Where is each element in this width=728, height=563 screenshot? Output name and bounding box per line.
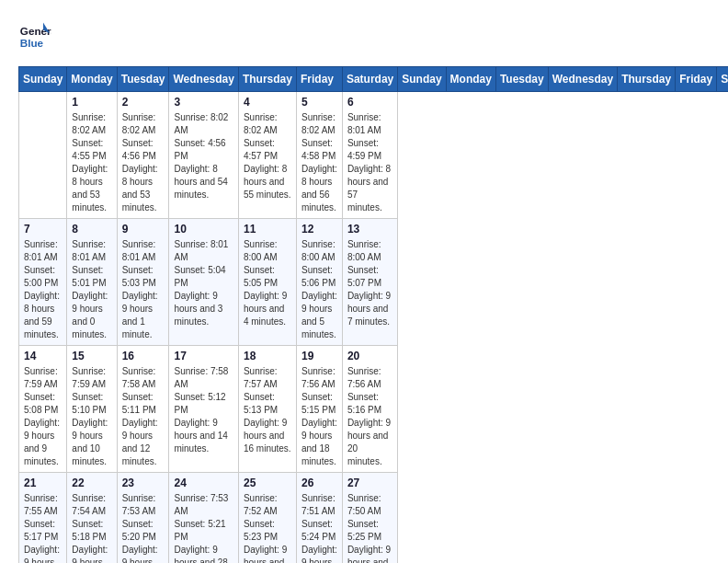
day-number: 10 xyxy=(174,223,233,236)
calendar-table: SundayMondayTuesdayWednesdayThursdayFrid… xyxy=(18,66,728,563)
day-number: 9 xyxy=(122,223,165,236)
day-number: 7 xyxy=(24,223,62,236)
calendar-cell: 14Sunrise: 7:59 AMSunset: 5:08 PMDayligh… xyxy=(19,346,67,473)
calendar-cell: 24Sunrise: 7:53 AMSunset: 5:21 PMDayligh… xyxy=(169,473,238,564)
calendar-cell: 1Sunrise: 8:02 AMSunset: 4:55 PMDaylight… xyxy=(67,92,117,219)
day-info: Sunrise: 8:01 AMSunset: 5:04 PMDaylight:… xyxy=(174,238,233,328)
weekday-header: Saturday xyxy=(342,67,397,92)
weekday-header: Monday xyxy=(446,67,495,92)
day-info: Sunrise: 7:53 AMSunset: 5:20 PMDaylight:… xyxy=(122,492,165,563)
weekday-header: Tuesday xyxy=(117,67,169,92)
day-number: 20 xyxy=(347,350,392,362)
page-header: General Blue xyxy=(18,18,710,52)
calendar-cell: 9Sunrise: 8:01 AMSunset: 5:03 PMDaylight… xyxy=(117,219,169,346)
weekday-header: Wednesday xyxy=(169,67,238,92)
day-number: 25 xyxy=(244,477,291,489)
calendar-week-row: 7Sunrise: 8:01 AMSunset: 5:00 PMDaylight… xyxy=(19,219,729,346)
weekday-header: Friday xyxy=(296,67,342,92)
calendar-cell: 18Sunrise: 7:57 AMSunset: 5:13 PMDayligh… xyxy=(238,346,296,473)
day-info: Sunrise: 8:00 AMSunset: 5:06 PMDaylight:… xyxy=(301,238,337,341)
day-info: Sunrise: 7:50 AMSunset: 5:25 PMDaylight:… xyxy=(347,492,392,563)
day-number: 23 xyxy=(122,477,165,489)
day-info: Sunrise: 7:59 AMSunset: 5:08 PMDaylight:… xyxy=(24,365,62,468)
day-number: 2 xyxy=(122,96,165,109)
day-number: 19 xyxy=(301,350,337,362)
day-info: Sunrise: 7:53 AMSunset: 5:21 PMDaylight:… xyxy=(174,492,233,563)
calendar-cell: 22Sunrise: 7:54 AMSunset: 5:18 PMDayligh… xyxy=(67,473,117,564)
logo: General Blue xyxy=(18,18,51,52)
weekday-header: Saturday xyxy=(717,67,728,92)
day-info: Sunrise: 8:01 AMSunset: 4:59 PMDaylight:… xyxy=(347,111,392,214)
weekday-header: Wednesday xyxy=(548,67,617,92)
calendar-cell: 2Sunrise: 8:02 AMSunset: 4:56 PMDaylight… xyxy=(117,92,169,219)
day-info: Sunrise: 7:58 AMSunset: 5:11 PMDaylight:… xyxy=(122,365,165,468)
calendar-cell xyxy=(19,92,67,219)
day-info: Sunrise: 8:00 AMSunset: 5:07 PMDaylight:… xyxy=(347,238,392,328)
svg-text:Blue: Blue xyxy=(20,37,44,49)
day-info: Sunrise: 8:02 AMSunset: 4:56 PMDaylight:… xyxy=(174,111,233,201)
day-info: Sunrise: 8:01 AMSunset: 5:03 PMDaylight:… xyxy=(122,238,165,341)
day-number: 22 xyxy=(72,477,111,489)
calendar-cell: 23Sunrise: 7:53 AMSunset: 5:20 PMDayligh… xyxy=(117,473,169,564)
calendar-cell: 17Sunrise: 7:58 AMSunset: 5:12 PMDayligh… xyxy=(169,346,238,473)
calendar-cell: 12Sunrise: 8:00 AMSunset: 5:06 PMDayligh… xyxy=(296,219,342,346)
day-number: 15 xyxy=(72,350,111,362)
calendar-week-row: 14Sunrise: 7:59 AMSunset: 5:08 PMDayligh… xyxy=(19,346,729,473)
day-number: 14 xyxy=(24,350,62,362)
day-info: Sunrise: 8:01 AMSunset: 5:00 PMDaylight:… xyxy=(24,238,62,341)
day-info: Sunrise: 7:58 AMSunset: 5:12 PMDaylight:… xyxy=(174,365,233,455)
calendar-cell: 11Sunrise: 8:00 AMSunset: 5:05 PMDayligh… xyxy=(238,219,296,346)
day-info: Sunrise: 7:56 AMSunset: 5:15 PMDaylight:… xyxy=(301,365,337,468)
day-info: Sunrise: 8:02 AMSunset: 4:57 PMDaylight:… xyxy=(244,111,291,201)
header-row: SundayMondayTuesdayWednesdayThursdayFrid… xyxy=(19,67,729,92)
logo-icon: General Blue xyxy=(18,18,51,52)
day-info: Sunrise: 7:51 AMSunset: 5:24 PMDaylight:… xyxy=(301,492,337,563)
day-number: 16 xyxy=(122,350,165,362)
day-number: 3 xyxy=(174,96,233,109)
calendar-cell: 27Sunrise: 7:50 AMSunset: 5:25 PMDayligh… xyxy=(342,473,397,564)
day-info: Sunrise: 8:02 AMSunset: 4:58 PMDaylight:… xyxy=(301,111,337,214)
day-number: 1 xyxy=(72,96,111,109)
day-info: Sunrise: 8:00 AMSunset: 5:05 PMDaylight:… xyxy=(244,238,291,328)
calendar-cell: 8Sunrise: 8:01 AMSunset: 5:01 PMDaylight… xyxy=(67,219,117,346)
calendar-cell: 3Sunrise: 8:02 AMSunset: 4:56 PMDaylight… xyxy=(169,92,238,219)
weekday-header: Sunday xyxy=(398,67,446,92)
day-info: Sunrise: 7:59 AMSunset: 5:10 PMDaylight:… xyxy=(72,365,111,468)
calendar-cell: 13Sunrise: 8:00 AMSunset: 5:07 PMDayligh… xyxy=(342,219,397,346)
day-info: Sunrise: 8:02 AMSunset: 4:56 PMDaylight:… xyxy=(122,111,165,214)
day-number: 26 xyxy=(301,477,337,489)
day-number: 4 xyxy=(244,96,291,109)
day-info: Sunrise: 7:56 AMSunset: 5:16 PMDaylight:… xyxy=(347,365,392,468)
day-number: 27 xyxy=(347,477,392,489)
day-number: 24 xyxy=(174,477,233,489)
day-number: 5 xyxy=(301,96,337,109)
day-number: 11 xyxy=(244,223,291,236)
calendar-week-row: 1Sunrise: 8:02 AMSunset: 4:55 PMDaylight… xyxy=(19,92,729,219)
calendar-cell: 26Sunrise: 7:51 AMSunset: 5:24 PMDayligh… xyxy=(296,473,342,564)
day-number: 6 xyxy=(347,96,392,109)
weekday-header: Tuesday xyxy=(495,67,548,92)
calendar-cell: 25Sunrise: 7:52 AMSunset: 5:23 PMDayligh… xyxy=(238,473,296,564)
day-number: 8 xyxy=(72,223,111,236)
day-info: Sunrise: 8:01 AMSunset: 5:01 PMDaylight:… xyxy=(72,238,111,341)
calendar-week-row: 21Sunrise: 7:55 AMSunset: 5:17 PMDayligh… xyxy=(19,473,729,564)
calendar-cell: 21Sunrise: 7:55 AMSunset: 5:17 PMDayligh… xyxy=(19,473,67,564)
calendar-cell: 6Sunrise: 8:01 AMSunset: 4:59 PMDaylight… xyxy=(342,92,397,219)
day-info: Sunrise: 7:57 AMSunset: 5:13 PMDaylight:… xyxy=(244,365,291,455)
weekday-header: Thursday xyxy=(618,67,676,92)
calendar-cell: 7Sunrise: 8:01 AMSunset: 5:00 PMDaylight… xyxy=(19,219,67,346)
day-info: Sunrise: 8:02 AMSunset: 4:55 PMDaylight:… xyxy=(72,111,111,214)
day-number: 21 xyxy=(24,477,62,489)
calendar-cell: 5Sunrise: 8:02 AMSunset: 4:58 PMDaylight… xyxy=(296,92,342,219)
calendar-cell: 16Sunrise: 7:58 AMSunset: 5:11 PMDayligh… xyxy=(117,346,169,473)
day-number: 17 xyxy=(174,350,233,362)
weekday-header: Sunday xyxy=(19,67,67,92)
day-info: Sunrise: 7:52 AMSunset: 5:23 PMDaylight:… xyxy=(244,492,291,563)
weekday-header: Monday xyxy=(67,67,117,92)
day-number: 18 xyxy=(244,350,291,362)
weekday-header: Thursday xyxy=(238,67,296,92)
calendar-cell: 4Sunrise: 8:02 AMSunset: 4:57 PMDaylight… xyxy=(238,92,296,219)
day-info: Sunrise: 7:55 AMSunset: 5:17 PMDaylight:… xyxy=(24,492,62,563)
weekday-header: Friday xyxy=(676,67,717,92)
day-number: 12 xyxy=(301,223,337,236)
